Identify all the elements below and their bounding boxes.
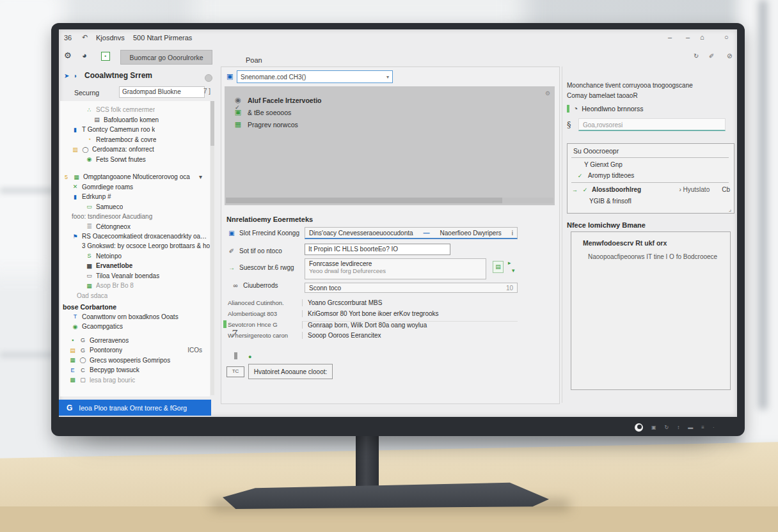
undo-icon[interactable]: ↶ <box>82 33 88 42</box>
group-row-2-label: Aromyp tidteoes <box>588 172 634 179</box>
search-button[interactable]: Buomcar go Ooorulrorke <box>120 50 212 65</box>
description-line-1: Moonchance tivent corruyooa tnogoogscane <box>567 82 693 89</box>
form-row-value[interactable]: KriGomsor 80 Yort bone ikoer erKov tregr… <box>302 310 518 317</box>
bezel-button-icon[interactable]: ≡ <box>701 425 704 430</box>
sidebar-tree-item[interactable]: ◉ Gcaompgatics <box>60 322 210 332</box>
main-panel: ▣ Snenomane.cod CH3() ▾ ⚙ ◉ Aluf Facele … <box>221 66 560 404</box>
sidebar-tree-item[interactable]: ▥ ◯ Cerdoamza: onforrect <box>60 145 210 155</box>
text-input[interactable]: It Propin IC HLLS boorteEo? IO <box>305 244 450 255</box>
sidebar-tree-item[interactable]: ▦ ◯ Grecs woospeeris Gomripos <box>60 356 210 366</box>
form-row-value[interactable]: Yoano Grcscorrburat MBS <box>302 299 518 306</box>
group-row-1[interactable]: Y Gienxt Gnp <box>584 161 623 168</box>
minimize-icon[interactable]: – <box>668 33 672 41</box>
divider <box>571 182 729 183</box>
right-panel: Moonchance tivent corruyooa tnogoogscane… <box>567 66 734 403</box>
directory-select-bar[interactable]: Dins'oacy Cnevesseraoeuoocudonta — Naoer… <box>305 227 518 239</box>
bezel-button-icon[interactable]: ▣ <box>651 425 656 430</box>
list-item[interactable]: ◉ Aluf Facele Irtzervoetio <box>225 94 555 106</box>
tree-item-label: Oad sdaca <box>77 292 107 299</box>
sidebar-scrollbar-thumb[interactable] <box>210 101 214 146</box>
tree-item-label: bose Corbartone <box>63 303 116 311</box>
headline-item[interactable]: ◔ Heondlwno brnnorss <box>567 104 644 113</box>
sidebar-tree-item[interactable]: E C Becpygp towsuck <box>60 365 210 375</box>
sidebar-tree-item[interactable]: ▭ Tiloa Veanalr boendas <box>60 271 210 281</box>
tree-item-icon-2: ◯ <box>79 357 86 363</box>
home-icon[interactable]: ⌂ <box>700 33 704 41</box>
resize-corner-icon[interactable]: ⌟ <box>729 206 731 212</box>
record-combobox[interactable]: Snenomane.cod CH3() ▾ <box>237 70 393 83</box>
sidebar-selected-row[interactable]: G Ieoa Ploo tranak Ornt torrec & fGorg <box>59 400 211 416</box>
sidebar-tree-item[interactable]: ▭ Samueco <box>60 202 210 212</box>
sidebar-tree-item[interactable]: fooo: tsndinesoor Aacudiang <box>60 212 210 222</box>
sidebar-tree-item[interactable]: ◉ Fets Sorwt fnutes <box>60 155 210 165</box>
sidebar-tree-item[interactable]: ▪ G Gorreravenos <box>60 336 210 346</box>
sidebar-tree-item[interactable]: 5 ▦ Omgptangoaone Nfouticerorovog oca ▾ <box>60 172 210 182</box>
bezel-button-icon[interactable]: ↕ <box>677 425 679 430</box>
sidebar-tree-item[interactable]: ▮ T Gontcy Camemun roo k <box>60 125 210 135</box>
green-box-icon[interactable]: ▪ <box>101 52 110 61</box>
horizontal-scrollbar-thumb[interactable] <box>502 198 553 203</box>
arrow-right-icon: → <box>228 264 235 271</box>
form-row-value[interactable]: Gonraap born, Wilk Dort 80a oang woylua <box>302 321 518 329</box>
refresh-icon[interactable]: ↻ <box>694 52 699 59</box>
list-item-icon: ◉ <box>234 96 242 104</box>
sidebar-tree-item[interactable]: bose Corbartone <box>60 302 210 312</box>
wrench-icon[interactable]: ⚙ <box>64 51 72 60</box>
gear-icon[interactable]: ⚙ <box>545 90 550 97</box>
monitor-stand-neck <box>356 434 379 490</box>
arrow-down-icon[interactable]: ▾ <box>512 267 515 274</box>
tree-item-label: Poontorony <box>90 347 122 354</box>
comparison-input[interactable]: Goa,rovsoresi <box>578 118 726 131</box>
mini-bar-icon <box>234 352 237 359</box>
sidebar-tree-item[interactable]: ⚑ RS Oacecoomkatieot droxacenaodrkty oam… <box>60 231 210 251</box>
sidebar-tree-item[interactable]: ▦ Asop Br Bo 8 <box>60 281 210 291</box>
sidebar-tree-item[interactable]: ▤ Bafoluoartlo komen <box>60 115 210 125</box>
account-close-button[interactable]: Hvatoiret Aooaune clooot: <box>248 364 333 379</box>
group-row-2[interactable]: ✓ Aromyp tidteoes <box>576 172 634 179</box>
block-icon[interactable]: ⊘ <box>727 52 732 59</box>
check-icon: ✓ <box>576 173 584 179</box>
bezel-button-icon[interactable]: ▬ <box>688 425 693 430</box>
arrow-up-icon[interactable]: ▸ <box>508 260 511 266</box>
list-item[interactable]: ▦ Pragrev norwcos <box>225 118 555 130</box>
form-row-value[interactable]: Sooop Ooroos Eerancitex <box>302 332 518 339</box>
tree-item-label: Edrkunp # <box>82 193 111 200</box>
tree-item-icon: ▪ <box>69 337 76 343</box>
filter-input[interactable]: Gradompad Bluokne <box>119 86 205 98</box>
sidebar-tree-item[interactable]: ✕ Gomrdiege roams <box>60 182 210 192</box>
tree-item-icon: ∴ <box>86 107 93 113</box>
notes-box: Menwfodoescrv Rt ukf orx Naoopoacfipeoor… <box>571 231 731 390</box>
bezel-button-icon[interactable]: ↻ <box>665 425 669 430</box>
group-row-3[interactable]: → ✓ Alosstboorhlreg › Hyutslato Cb <box>571 186 730 193</box>
reference-box[interactable]: Fonrcasse levdirecere Yeoo drwal forg De… <box>305 258 486 279</box>
info-icon[interactable]: i <box>512 230 513 237</box>
sidebar-tree-item[interactable]: ▮ Edrkunp # <box>60 192 210 202</box>
sidebar-tree-item[interactable]: ▦ Ervanetlobe <box>60 261 210 271</box>
sidebar-tree-item[interactable]: ◔ Retraembocr & covre <box>60 135 210 145</box>
group-row-3-link[interactable]: › Hyutslato <box>679 186 710 193</box>
tree-item-icon: T <box>72 313 79 320</box>
tree-item-icon: ▦ <box>86 263 93 269</box>
sidebar-tree-item[interactable]: ▤ G Poontorony ICOs <box>60 345 210 356</box>
tree-item-icon: ▦ <box>86 283 93 289</box>
sidebar-header-icon-2: ◗ <box>74 72 77 79</box>
sidebar-tree-item[interactable]: T Coanwttonv orn boxadknos Ooats <box>60 312 210 322</box>
sidebar-tree-item[interactable]: Oad sdaca <box>60 291 210 301</box>
sidebar-tree-item[interactable]: ☰ Cétongneox <box>60 222 210 232</box>
monitor-screen: 36 ↶ Kjosdnvs 500 Ntart Pirmeras – – ⌂ ○… <box>59 29 737 417</box>
tree-item-label: Grecs woospeeris Gomripos <box>90 357 170 364</box>
orb-icon[interactable]: ◕ <box>82 51 87 60</box>
close-circle-icon[interactable]: ○ <box>724 33 729 41</box>
sidebar-tree-item[interactable]: ∴ SCS folk cemnermer <box>60 105 210 115</box>
tc-checkbox[interactable]: TC <box>226 366 244 377</box>
sidebar-tree-item[interactable]: S Netoinpo <box>60 251 210 262</box>
minimize-icon-2[interactable]: – <box>686 33 690 41</box>
chevron-down-icon[interactable]: ▾ <box>386 74 389 80</box>
sidebar-badge[interactable] <box>205 74 212 82</box>
list-item[interactable]: ▣ & tBe soeooos <box>225 106 555 118</box>
edit-icon[interactable]: ✐ <box>709 52 714 59</box>
sidebar-tree-item[interactable]: ▩ ▢ lesa brag bouric <box>60 375 210 386</box>
scan-input[interactable]: Sconn toco 10 <box>305 283 518 293</box>
attachment-icon[interactable]: ▤ <box>493 261 504 273</box>
bezel-button-icon[interactable]: · <box>713 425 715 430</box>
